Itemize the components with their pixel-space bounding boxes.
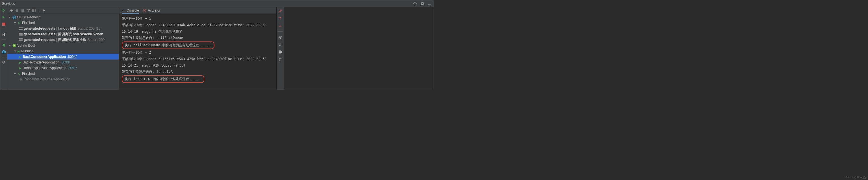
chevron-down-icon: ▾ [14, 49, 17, 53]
wrap-icon[interactable] [278, 35, 283, 39]
finished-node[interactable]: ▾ Finished [7, 20, 119, 26]
app-name: BackConsumerApplication [23, 55, 66, 59]
app-name: RabbitmqConsumerApplication [24, 77, 70, 81]
log-line: 消息唯一ID值 = 2 [122, 49, 274, 56]
app-item[interactable]: ▶ RabbitmqProviderApplication :8091/ [7, 65, 119, 71]
svg-point-32 [20, 78, 22, 80]
svg-rect-28 [21, 38, 23, 39]
log-line: 消息唯一ID值 = 1 [122, 15, 274, 22]
tree-item[interactable]: generated-requests | fanout 扇形 Status: 2… [7, 26, 119, 31]
svg-rect-7 [428, 4, 431, 5]
chevron-down-icon: ▾ [9, 15, 11, 19]
step-icon[interactable] [1, 32, 6, 37]
debug-icon[interactable] [1, 43, 6, 47]
log-line: 消费的主题消息来自: fanout.A [122, 69, 274, 75]
app-port: :8094/ [67, 55, 76, 59]
refresh-icon [18, 72, 21, 75]
arrow-down-icon[interactable] [278, 24, 283, 28]
camera-icon[interactable] [1, 49, 6, 54]
svg-rect-27 [19, 38, 21, 39]
app-item-selected[interactable]: ▶ BackConsumerApplication :8094/ [7, 54, 119, 60]
tree-label: HTTP Request [17, 15, 39, 19]
log-line-highlighted: 执行 callBackQueue 中的消息的业务处理流程...... [122, 41, 214, 49]
rerun-icon[interactable] [1, 8, 6, 13]
console-output[interactable]: 消息唯一ID值 = 1 手动确认消息: code: 204513e9-894b-… [119, 14, 276, 90]
tree-item[interactable]: generated-requests | 回调测试 notExistentExc… [7, 31, 119, 37]
scroll-end-icon[interactable] [278, 42, 283, 47]
svg-rect-37 [279, 52, 281, 53]
services-tree: ▾ HTTP Request ▾ Finished generated-requ… [7, 14, 119, 83]
app-item[interactable]: ▶ BackProviderApplication :8093/ [7, 60, 119, 65]
log-line: 手动确认消息: code: 204513e9-894b-4cb7-a2ae-3f… [122, 22, 274, 35]
filter-icon[interactable] [26, 8, 31, 13]
svg-rect-21 [19, 29, 21, 30]
play-icon: ▶ [19, 61, 22, 64]
svg-rect-19 [19, 27, 21, 28]
spring-boot-node[interactable]: ▾ Spring Boot [7, 43, 119, 48]
log-line: 消费的主题消息来自: callBackQueue [122, 35, 274, 41]
trash-icon[interactable] [278, 57, 283, 62]
app-name: BackProviderApplication [23, 60, 59, 64]
svg-rect-9 [4, 33, 5, 36]
item-status: Status: 200 [87, 38, 104, 42]
tree-label: Spring Boot [17, 43, 35, 47]
app-port: :8093/ [60, 60, 70, 64]
services-tree-panel: | ▾ HTTP Request ▾ Finished [0, 7, 119, 90]
play-icon: ▶ [19, 67, 22, 70]
request-icon [19, 33, 23, 36]
run-icon[interactable] [1, 15, 6, 20]
spring-icon [12, 44, 16, 47]
minimize-icon[interactable] [428, 1, 432, 6]
http-icon [12, 15, 16, 19]
item-name: generated-requests [24, 32, 55, 36]
add-icon[interactable] [9, 8, 13, 13]
print-icon[interactable] [278, 50, 283, 54]
left-toolbar [0, 7, 7, 90]
http-request-node[interactable]: ▾ HTTP Request [7, 14, 119, 20]
dot-icon [19, 78, 22, 81]
expand-icon[interactable] [15, 8, 19, 13]
svg-rect-26 [21, 34, 23, 36]
item-suffix: | 回调测试 正常推送 [56, 38, 86, 42]
collapse-icon[interactable] [20, 8, 25, 13]
item-suffix: | fanout 扇形 [56, 26, 76, 31]
item-name: generated-requests [24, 27, 55, 31]
app-item-finished[interactable]: RabbitmqConsumerApplication [7, 76, 119, 82]
panel-header: Services [0, 0, 434, 7]
rerun2-icon[interactable] [1, 60, 6, 64]
add2-icon[interactable] [41, 8, 46, 13]
tab-console[interactable]: Console [122, 8, 139, 14]
svg-rect-36 [279, 50, 281, 51]
svg-rect-30 [21, 40, 23, 41]
edit-icon[interactable] [278, 9, 283, 13]
svg-rect-8 [2, 23, 5, 26]
svg-rect-29 [19, 40, 21, 41]
item-name: generated-requests [24, 38, 55, 42]
running-node[interactable]: ▾ ▶ Running [7, 48, 119, 54]
svg-point-1 [415, 3, 415, 4]
stop-icon[interactable] [1, 22, 6, 26]
request-icon [19, 27, 23, 30]
finished-node-2[interactable]: ▾ Finished [7, 71, 119, 76]
layout-icon[interactable] [32, 8, 36, 13]
chevron-down-icon: ▾ [14, 21, 17, 25]
actuator-icon [143, 9, 146, 12]
svg-rect-20 [21, 27, 23, 28]
app-port: :8091/ [67, 66, 77, 70]
item-suffix: | 回调测试 notExistentExchan [56, 32, 103, 37]
gear-icon[interactable] [420, 1, 425, 6]
tree-item[interactable]: generated-requests | 回调测试 正常推送 Status: 2… [7, 37, 119, 43]
svg-point-13 [3, 51, 4, 53]
tree-label: Finished [22, 72, 35, 76]
app-name: RabbitmqProviderApplication [23, 66, 66, 70]
arrow-up-icon[interactable] [278, 16, 283, 21]
log-line-highlighted: 执行 fanout.A 中的消息的业务处理流程...... [122, 75, 204, 83]
request-icon [19, 38, 23, 41]
right-toolbar [276, 7, 284, 90]
target-icon[interactable] [413, 1, 417, 6]
svg-rect-14 [32, 9, 35, 12]
svg-rect-22 [21, 29, 23, 30]
tab-actuator[interactable]: Actuator [143, 8, 160, 12]
chevron-down-icon: ▾ [14, 72, 17, 76]
svg-rect-12 [3, 50, 4, 51]
